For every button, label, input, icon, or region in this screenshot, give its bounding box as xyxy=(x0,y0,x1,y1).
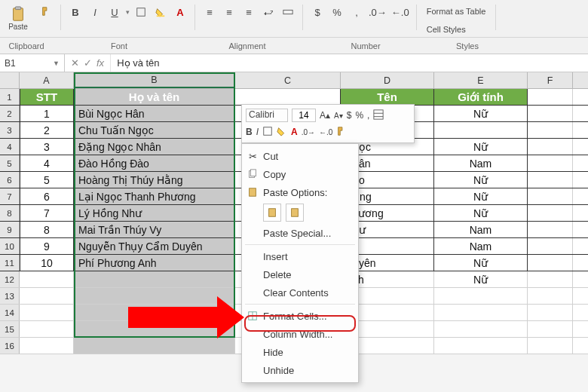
col-header-D[interactable]: D xyxy=(341,72,434,88)
col-header-B[interactable]: B xyxy=(74,72,235,88)
formula-input[interactable]: Họ và tên xyxy=(111,54,588,72)
cell[interactable] xyxy=(528,139,573,155)
cell[interactable]: Nữ xyxy=(434,188,528,204)
cell[interactable] xyxy=(528,238,573,254)
percent-button[interactable]: % xyxy=(329,4,345,20)
row-header[interactable]: 2 xyxy=(0,106,20,121)
menu-delete[interactable]: Delete xyxy=(242,265,358,283)
cell[interactable] xyxy=(528,122,573,138)
col-header-A[interactable]: A xyxy=(20,72,74,88)
row-header[interactable]: 8 xyxy=(0,205,20,221)
enter-icon[interactable]: ✓ xyxy=(84,57,92,69)
cell[interactable] xyxy=(20,338,74,354)
cell[interactable]: Đào Hồng Đào xyxy=(74,155,235,171)
mini-comma-button[interactable]: , xyxy=(367,110,369,121)
cell[interactable] xyxy=(528,305,573,320)
merge-button[interactable] xyxy=(280,4,296,20)
row-header[interactable]: 3 xyxy=(0,122,20,138)
select-all-corner[interactable] xyxy=(0,72,20,88)
cell[interactable] xyxy=(74,288,235,304)
mini-border-button[interactable] xyxy=(262,126,273,139)
menu-copy[interactable]: Copy xyxy=(242,165,358,183)
cell[interactable]: 4 xyxy=(20,155,74,171)
cell[interactable]: Chu Tuấn Ngọc xyxy=(74,122,235,138)
cell[interactable] xyxy=(434,305,528,320)
wrap-text-button[interactable]: ⮐ xyxy=(260,4,277,20)
cell[interactable] xyxy=(528,188,573,204)
paste-button[interactable]: Paste xyxy=(3,3,33,33)
cell[interactable]: Đặng Ngọc Nhân xyxy=(74,139,235,155)
cell[interactable] xyxy=(528,205,573,221)
cell[interactable]: Hoàng Thị Thúy Hằng xyxy=(74,172,235,188)
cell[interactable] xyxy=(74,338,235,354)
cell[interactable]: Nam xyxy=(434,155,528,171)
col-header-C[interactable]: C xyxy=(235,72,341,88)
cell[interactable] xyxy=(434,288,528,304)
cell[interactable]: Tên xyxy=(341,89,434,105)
cell[interactable]: 1 xyxy=(20,106,74,121)
cell[interactable] xyxy=(528,222,573,237)
menu-insert[interactable]: Insert xyxy=(242,247,358,265)
decrease-font-icon[interactable]: A▾ xyxy=(334,112,343,120)
font-color-button[interactable]: A xyxy=(172,4,188,20)
cell[interactable]: Nữ xyxy=(434,106,528,121)
cell[interactable]: Lại Ngọc Thanh Phương xyxy=(74,188,235,204)
mini-bold-button[interactable]: B xyxy=(246,127,253,137)
bold-button[interactable]: B xyxy=(67,4,84,20)
cell[interactable] xyxy=(20,321,74,337)
align-right-button[interactable]: ≡ xyxy=(240,4,257,20)
mini-fill-button[interactable] xyxy=(277,126,287,139)
cell[interactable]: 6 xyxy=(20,188,74,204)
mini-font-color-button[interactable]: A xyxy=(291,127,298,137)
cell[interactable]: 2 xyxy=(20,122,74,138)
cell[interactable]: Nữ xyxy=(434,205,528,221)
col-header-F[interactable]: F xyxy=(528,72,573,88)
align-left-button[interactable]: ≡ xyxy=(201,4,218,20)
cell[interactable] xyxy=(235,89,341,105)
decrease-decimal-button[interactable]: ←.0 xyxy=(390,4,410,20)
currency-button[interactable]: $ xyxy=(309,4,326,20)
cell[interactable] xyxy=(528,338,573,354)
col-header-E[interactable]: E xyxy=(434,72,528,88)
cell[interactable]: Nguyễn Thụy Cẩm Duyên xyxy=(74,238,235,254)
row-header[interactable]: 12 xyxy=(0,271,20,287)
cell[interactable] xyxy=(528,106,573,121)
format-painter-button[interactable] xyxy=(38,3,54,20)
cell[interactable] xyxy=(434,338,528,354)
fx-icon[interactable]: fx xyxy=(96,57,104,69)
cell[interactable] xyxy=(74,271,235,287)
menu-cut[interactable]: ✂Cut xyxy=(242,147,358,165)
cell[interactable] xyxy=(434,321,528,337)
cell[interactable]: Bùi Ngọc Hân xyxy=(74,106,235,121)
row-header[interactable]: 16 xyxy=(0,338,20,354)
row-header[interactable]: 6 xyxy=(0,172,20,188)
cell[interactable] xyxy=(20,288,74,304)
cell[interactable] xyxy=(20,271,74,287)
format-as-table-button[interactable]: Format as Table xyxy=(423,3,490,20)
comma-button[interactable]: , xyxy=(348,4,365,20)
cell[interactable]: Phí Phương Anh xyxy=(74,255,235,271)
cell[interactable]: Nữ xyxy=(434,255,528,271)
cell[interactable]: Nam xyxy=(434,238,528,254)
paste-option-normal[interactable] xyxy=(263,204,281,222)
cell[interactable]: 5 xyxy=(20,172,74,188)
namebox-dropdown-icon[interactable]: ▼ xyxy=(53,60,60,67)
increase-decimal-button[interactable]: .0→ xyxy=(368,4,387,20)
mini-italic-button[interactable]: I xyxy=(256,127,259,137)
mini-font-name[interactable]: Calibri xyxy=(246,109,288,122)
cell[interactable]: 8 xyxy=(20,222,74,237)
cell[interactable]: 9 xyxy=(20,238,74,254)
name-box[interactable]: B1 ▼ xyxy=(0,54,65,72)
row-header[interactable]: 11 xyxy=(0,255,20,271)
row-header[interactable]: 5 xyxy=(0,155,20,171)
mini-font-size[interactable] xyxy=(292,109,316,122)
mini-decimal-dec-button[interactable]: ←.0 xyxy=(319,128,332,136)
row-header[interactable]: 4 xyxy=(0,139,20,155)
cell[interactable]: 7 xyxy=(20,205,74,221)
menu-clear-contents[interactable]: Clear Contents xyxy=(242,283,358,302)
cell[interactable]: Giới tính xyxy=(434,89,528,105)
cell[interactable]: STT xyxy=(20,89,74,105)
mini-percent-button[interactable]: % xyxy=(355,110,363,121)
cell[interactable] xyxy=(528,89,573,105)
paste-option-values[interactable] xyxy=(286,204,304,222)
